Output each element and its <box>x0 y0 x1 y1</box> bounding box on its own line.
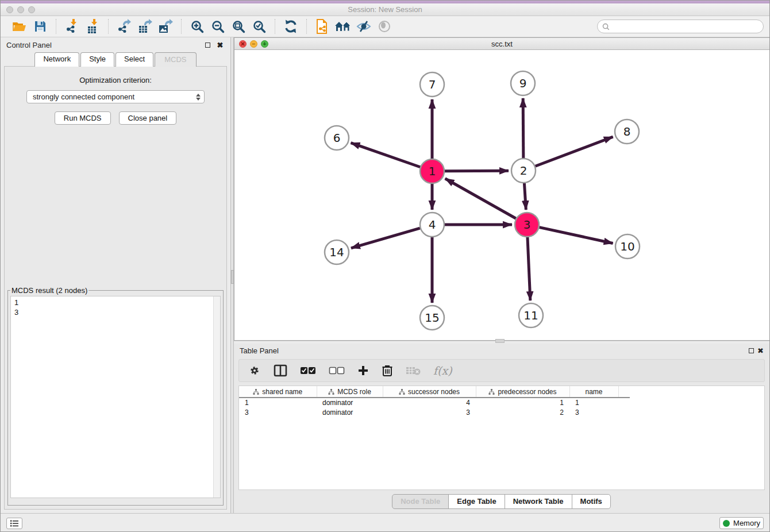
result-item[interactable]: 3 <box>14 307 217 317</box>
network-window-titlebar[interactable]: ✕ − + scc.txt <box>234 38 769 50</box>
zoom-fit-icon[interactable] <box>230 18 247 34</box>
run-mcds-button[interactable]: Run MCDS <box>55 111 111 125</box>
edge-1-6[interactable] <box>351 143 421 167</box>
edge-4-14[interactable] <box>351 228 420 248</box>
node-15[interactable]: 15 <box>420 306 444 330</box>
export-image-icon[interactable] <box>157 18 174 34</box>
save-session-icon[interactable] <box>32 18 49 34</box>
tab-style[interactable]: Style <box>80 52 114 67</box>
tab-motifs[interactable]: Motifs <box>572 494 611 509</box>
horizontal-splitter[interactable] <box>234 341 769 344</box>
splitter-grip[interactable] <box>495 339 505 343</box>
zoom-in-icon[interactable] <box>188 18 206 34</box>
result-scrollbar[interactable] <box>213 296 220 498</box>
first-neighbors-icon[interactable] <box>334 18 352 34</box>
tab-mcds[interactable]: MCDS <box>155 52 196 67</box>
column-header-predecessor-nodes[interactable]: predecessor nodes <box>476 386 569 398</box>
tab-edge-table[interactable]: Edge Table <box>448 494 505 509</box>
toolbar-separator <box>306 19 307 34</box>
edge-2-3[interactable] <box>524 183 526 210</box>
mcds-result-list[interactable]: 13 <box>10 296 221 498</box>
column-header-mcds-role[interactable]: MCDS role <box>317 386 383 398</box>
table-cell[interactable]: 1 <box>476 398 569 407</box>
memory-button-label: Memory <box>733 519 760 527</box>
close-panel-icon[interactable]: ✖ <box>757 346 764 355</box>
minimize-window-button[interactable] <box>17 6 24 13</box>
refresh-layout-icon[interactable] <box>282 18 299 34</box>
node-10[interactable]: 10 <box>615 234 640 259</box>
open-session-icon[interactable] <box>11 18 28 34</box>
float-panel-icon[interactable] <box>203 41 212 49</box>
node-2[interactable]: 2 <box>511 159 536 183</box>
node-table[interactable]: shared nameMCDS rolesuccessor nodesprede… <box>238 385 765 490</box>
duplicate-network-icon[interactable] <box>314 18 331 34</box>
table-cell[interactable]: 3 <box>239 407 317 417</box>
network-close-button[interactable]: ✕ <box>239 40 247 48</box>
create-column-icon[interactable] <box>357 365 369 376</box>
edge-3-1[interactable] <box>445 179 516 218</box>
edge-2-9[interactable] <box>523 98 523 158</box>
edge-1-2[interactable] <box>445 171 509 171</box>
export-network-icon[interactable] <box>116 18 133 34</box>
memory-button[interactable]: Memory <box>719 517 764 529</box>
table-cell[interactable]: dominator <box>317 398 383 407</box>
table-cell[interactable]: dominator <box>317 407 383 417</box>
edge-3-10[interactable] <box>539 228 613 244</box>
deselect-all-columns-icon[interactable] <box>329 366 345 375</box>
table-row[interactable]: 1dominator411 <box>239 398 630 407</box>
close-panel-icon[interactable]: ✖ <box>215 41 225 49</box>
delete-column-icon[interactable] <box>382 364 393 377</box>
export-table-icon[interactable] <box>136 18 153 34</box>
select-stepper-icon <box>196 94 201 101</box>
column-header-shared-name[interactable]: shared name <box>239 386 317 398</box>
edge-3-11[interactable] <box>528 237 530 300</box>
network-maximize-button[interactable]: + <box>261 40 268 48</box>
close-window-button[interactable] <box>6 6 13 13</box>
criterion-select[interactable]: strongly connected component <box>26 90 205 103</box>
edge-2-8[interactable] <box>536 137 613 166</box>
table-cell[interactable]: 1 <box>569 398 618 407</box>
zoom-selected-icon[interactable] <box>251 18 268 34</box>
split-view-icon[interactable] <box>274 364 287 377</box>
mcds-panel: Optimization criterion: strongly connect… <box>4 66 227 510</box>
close-panel-button[interactable]: Close panel <box>119 111 177 125</box>
node-14[interactable]: 14 <box>325 240 349 264</box>
table-cell[interactable]: 3 <box>569 407 618 417</box>
node-8[interactable]: 8 <box>615 119 639 144</box>
result-item[interactable]: 1 <box>14 298 217 307</box>
node-9[interactable]: 9 <box>511 71 535 95</box>
node-4[interactable]: 4 <box>420 213 444 237</box>
table-settings-icon[interactable] <box>248 364 261 377</box>
memory-status-icon <box>723 520 730 527</box>
table-cell[interactable]: 2 <box>476 407 569 417</box>
search-box[interactable] <box>597 20 764 33</box>
table-cell[interactable]: 4 <box>383 398 476 407</box>
show-panels-button[interactable] <box>6 518 22 529</box>
zoom-out-icon[interactable] <box>209 18 226 34</box>
graphics-details-icon[interactable] <box>355 18 372 34</box>
node-3[interactable]: 3 <box>515 213 539 237</box>
search-input[interactable] <box>613 22 759 31</box>
table-cell[interactable]: 1 <box>239 398 317 407</box>
tab-network-table[interactable]: Network Table <box>505 494 572 509</box>
tab-network[interactable]: Network <box>34 52 79 67</box>
maximize-window-button[interactable] <box>28 6 35 13</box>
node-6[interactable]: 6 <box>325 126 349 150</box>
float-panel-icon[interactable] <box>749 346 754 355</box>
import-network-icon[interactable] <box>63 18 80 34</box>
node-7[interactable]: 7 <box>420 72 444 97</box>
network-minimize-button[interactable]: − <box>250 40 257 48</box>
tab-node-table[interactable]: Node Table <box>392 494 449 509</box>
table-cell[interactable]: 3 <box>383 407 476 417</box>
column-header-successor-nodes[interactable]: successor nodes <box>383 386 476 398</box>
select-all-columns-icon[interactable] <box>300 366 316 375</box>
node-1[interactable]: 1 <box>420 159 444 183</box>
node-11[interactable]: 11 <box>519 303 543 327</box>
import-table-icon[interactable] <box>84 18 101 34</box>
vertical-splitter[interactable] <box>230 37 234 513</box>
splitter-grip[interactable] <box>231 270 234 284</box>
network-canvas[interactable]: 7968124314101511 <box>234 50 769 340</box>
tab-select[interactable]: Select <box>116 52 153 67</box>
column-header-name[interactable]: name <box>569 386 618 398</box>
table-row[interactable]: 3dominator323 <box>239 407 630 417</box>
